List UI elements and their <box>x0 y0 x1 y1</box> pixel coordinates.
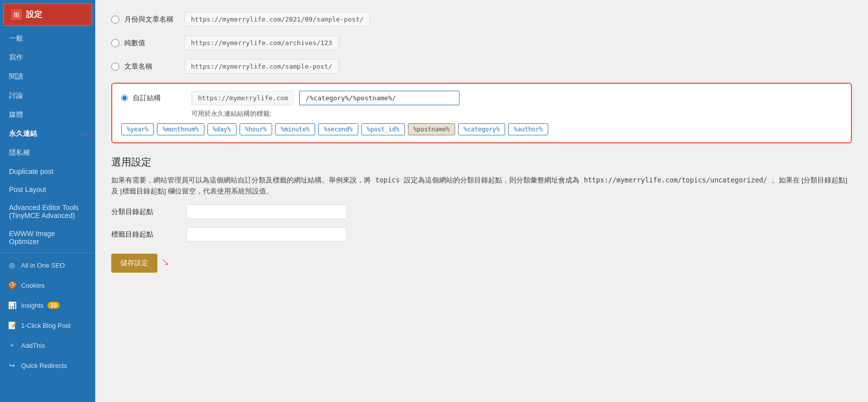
permalink-label-numeric[interactable]: 純數值 <box>111 39 176 48</box>
all-in-one-seo-icon: ◎ <box>7 260 17 270</box>
category-base-label: 分類目錄起點 <box>111 208 176 217</box>
tag-btn-9[interactable]: %author% <box>508 123 548 135</box>
nav-item-privacy[interactable]: 隱私權 <box>0 143 95 162</box>
sidebar: ⊞ 設定 一般 寫作 閱讀 討論 媒體 永久連結 ← 隱私權 Duplicate… <box>0 0 95 402</box>
tag-base-label: 標籤目錄起點 <box>111 230 176 239</box>
save-arrow: ↓ <box>157 253 172 269</box>
category-base-row: 分類目錄起點 <box>111 205 852 219</box>
nav-item-ewww[interactable]: EWWW Image Optimizer <box>0 225 95 251</box>
tag-btn-6[interactable]: %post_id% <box>361 123 405 135</box>
optional-desc: 如果有需要，網站管理員可以為這個網站自訂分類及標籤的網址結構。舉例來說，將 to… <box>111 175 852 196</box>
custom-structure-input[interactable] <box>299 91 460 105</box>
tag-base-input[interactable] <box>186 227 347 242</box>
permalink-arrow: ← <box>82 129 91 139</box>
sidebar-title: 設定 <box>26 10 42 20</box>
permalink-option-postname: 文章名稱 https://mymerrylife.com/sample-post… <box>111 59 852 74</box>
optional-section-title: 選用設定 <box>111 155 852 169</box>
insights-badge: 10 <box>48 302 60 309</box>
sidebar-item-addthis[interactable]: ＋ AddThis <box>0 335 95 355</box>
sidebar-item-1click[interactable]: 📝 1-Click Blog Post <box>0 315 95 335</box>
category-base-input[interactable] <box>186 205 347 219</box>
tag-buttons: %year%%monthnum%%day%%hour%%minute%%seco… <box>121 123 842 135</box>
nav-item-permalink[interactable]: 永久連結 ← <box>0 124 95 143</box>
addthis-icon: ＋ <box>7 340 17 350</box>
1click-icon: 📝 <box>7 320 17 330</box>
nav-item-writing[interactable]: 寫作 <box>0 48 95 67</box>
tag-btn-4[interactable]: %minute% <box>275 123 315 135</box>
sidebar-item-cookies[interactable]: 🍪 Cookies <box>0 275 95 295</box>
cookies-icon: 🍪 <box>7 280 17 290</box>
permalink-option-numeric: 純數值 https://mymerrylife.com/archives/123 <box>111 36 852 50</box>
sidebar-item-all-in-one-seo[interactable]: ◎ All in One SEO <box>0 255 95 275</box>
tag-btn-7[interactable]: %postname% <box>408 123 455 135</box>
save-row: 儲存設定 ↓ <box>111 250 852 273</box>
main-content: 月份與文章名稱 https://mymerrylife.com/2021/09/… <box>95 0 868 402</box>
nav-item-general[interactable]: 一般 <box>0 29 95 48</box>
permalink-label-month[interactable]: 月份與文章名稱 <box>111 15 176 24</box>
nav-item-discussion[interactable]: 討論 <box>0 86 95 105</box>
nav-item-advanced-editor[interactable]: Advanced Editor Tools (TinyMCE Advanced) <box>0 198 95 225</box>
tag-btn-8[interactable]: %category% <box>458 123 505 135</box>
insights-icon: 📊 <box>7 300 17 310</box>
radio-custom[interactable] <box>121 95 128 101</box>
radio-month[interactable] <box>111 16 119 24</box>
topics-code: topics <box>373 175 402 184</box>
nav-item-media[interactable]: 媒體 <box>0 105 95 124</box>
permalink-label-custom[interactable]: 自訂結構 <box>121 94 186 103</box>
tag-btn-5[interactable]: %second% <box>318 123 358 135</box>
tag-btn-0[interactable]: %year% <box>121 123 154 135</box>
settings-icon: ⊞ <box>11 9 22 20</box>
tags-hint: 可用於永久連結結構的標籤: <box>191 109 842 118</box>
quick-redirects-icon: ↪ <box>7 360 17 370</box>
radio-postname[interactable] <box>111 63 119 71</box>
radio-numeric[interactable] <box>111 39 119 47</box>
url-code: https://mymerrylife.com/topics/uncategor… <box>581 175 770 184</box>
save-button[interactable]: 儲存設定 <box>111 254 157 273</box>
url-month: https://mymerrylife.com/2021/09/sample-p… <box>184 12 370 27</box>
sidebar-item-insights[interactable]: 📊 Insights 10 <box>0 295 95 315</box>
nav-item-post-layout[interactable]: Post Layout <box>0 180 95 198</box>
url-prefix: https://mymerrylife.com <box>191 91 294 105</box>
tag-btn-2[interactable]: %day% <box>207 123 237 135</box>
tag-btn-3[interactable]: %hour% <box>240 123 272 135</box>
sidebar-item-quick-redirects[interactable]: ↪ Quick Redirects <box>0 355 95 375</box>
nav-item-duplicate-post[interactable]: Duplicate post <box>0 162 95 180</box>
url-postname: https://mymerrylife.com/sample-post/ <box>184 59 339 74</box>
tag-base-row: 標籤目錄起點 <box>111 227 852 242</box>
custom-structure-box: 自訂結構 https://mymerrylife.com 可用於永久連結結構的標… <box>111 83 852 143</box>
permalink-label-postname[interactable]: 文章名稱 <box>111 62 176 71</box>
tag-btn-1[interactable]: %monthnum% <box>157 123 204 135</box>
custom-structure-row: 自訂結構 https://mymerrylife.com <box>121 91 842 105</box>
permalink-option-month: 月份與文章名稱 https://mymerrylife.com/2021/09/… <box>111 12 852 27</box>
sidebar-header[interactable]: ⊞ 設定 <box>3 3 92 26</box>
url-numeric: https://mymerrylife.com/archives/123 <box>184 36 339 50</box>
nav-item-reading[interactable]: 閱讀 <box>0 67 95 86</box>
